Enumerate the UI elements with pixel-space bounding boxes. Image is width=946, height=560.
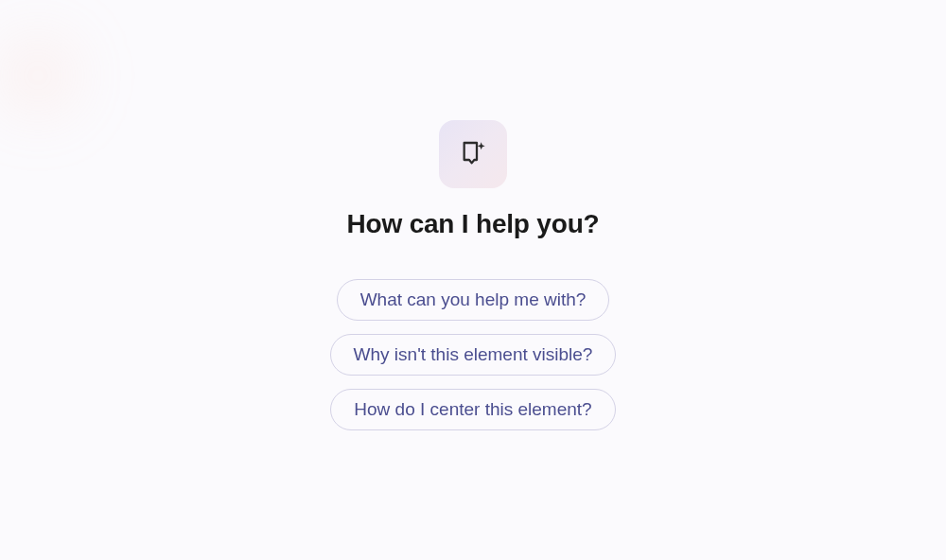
suggestion-pill[interactable]: Why isn't this element visible? bbox=[330, 334, 617, 376]
suggestion-pill[interactable]: How do I center this element? bbox=[330, 389, 615, 430]
assistant-heading: How can I help you? bbox=[347, 209, 600, 239]
assistant-welcome-panel: How can I help you? What can you help me… bbox=[330, 120, 617, 430]
chat-sparkle-icon bbox=[458, 137, 488, 171]
suggestion-list: What can you help me with? Why isn't thi… bbox=[330, 279, 617, 430]
assistant-icon-badge bbox=[439, 120, 507, 188]
suggestion-pill[interactable]: What can you help me with? bbox=[337, 279, 610, 321]
